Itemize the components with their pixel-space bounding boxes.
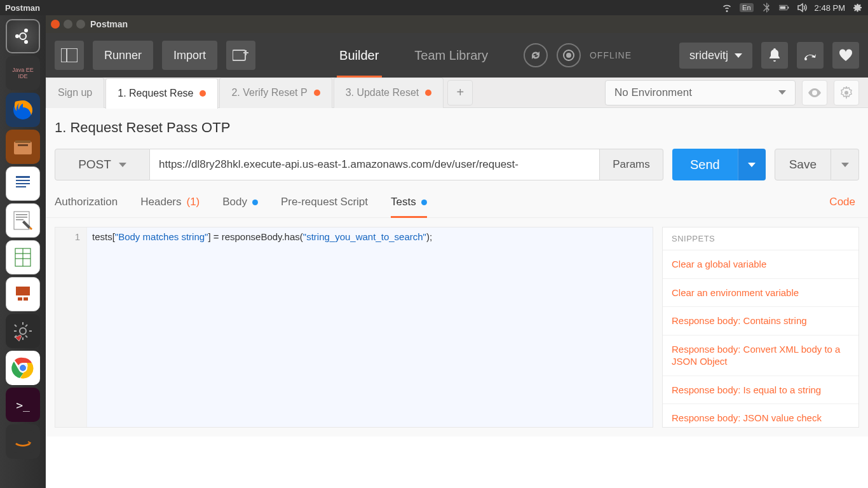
language-indicator[interactable]: En	[740, 3, 753, 12]
launcher-firefox[interactable]	[6, 93, 40, 127]
svg-rect-33	[11, 430, 34, 453]
window-close-button[interactable]	[51, 20, 60, 29]
clock[interactable]: 2:48 PM	[815, 3, 845, 13]
request-tab-bar: Sign up 1. Request Rese 2. Verify Reset …	[46, 78, 868, 108]
chevron-down-icon	[735, 53, 742, 58]
svg-point-29	[20, 328, 26, 334]
battery-icon[interactable]	[779, 3, 789, 13]
request-tab-2[interactable]: 2. Verify Reset P	[219, 78, 332, 108]
request-tab-1[interactable]: 1. Request Rese	[105, 78, 218, 109]
launcher-amazon[interactable]	[6, 424, 40, 459]
add-tab-button[interactable]: +	[447, 80, 473, 105]
svg-rect-36	[233, 50, 245, 60]
svg-rect-17	[16, 214, 27, 215]
send-dropdown-button[interactable]	[738, 149, 766, 180]
snippets-panel: SNIPPETS Clear a global variable Clear a…	[662, 227, 859, 428]
chevron-down-icon	[119, 163, 126, 167]
launcher-system-settings[interactable]	[6, 314, 40, 348]
launcher-files[interactable]	[6, 130, 40, 164]
bluetooth-icon[interactable]	[761, 3, 771, 13]
window-titlebar: Postman	[46, 15, 868, 33]
team-library-tab[interactable]: Team Library	[397, 33, 506, 78]
env-quick-look-button[interactable]	[802, 80, 827, 105]
svg-point-42	[844, 91, 848, 95]
snippet-item[interactable]: Clear an environment variable	[663, 279, 858, 308]
svg-point-40	[566, 53, 571, 58]
launcher-dash[interactable]	[6, 19, 40, 53]
snippet-item[interactable]: Response body: Contains string	[663, 307, 858, 336]
editor-content[interactable]: tests["Body matches string"] = responseB…	[87, 227, 653, 427]
launcher-javaee-ide[interactable]: Java EEIDE	[6, 56, 40, 90]
env-settings-button[interactable]	[834, 80, 859, 105]
editor-gutter: 1	[55, 227, 87, 427]
capture-icon[interactable]	[557, 43, 581, 67]
unsaved-dot-icon	[200, 90, 206, 97]
heart-button[interactable]	[832, 42, 859, 69]
chevron-down-icon	[778, 90, 786, 95]
sidebar-toggle-button[interactable]	[55, 41, 84, 70]
svg-rect-12	[16, 176, 30, 178]
code-link[interactable]: Code	[829, 196, 859, 217]
active-app-name: Postman	[5, 3, 40, 13]
sub-tab-headers[interactable]: Headers (1)	[140, 196, 200, 217]
svg-rect-10	[18, 144, 28, 146]
notifications-button[interactable]	[761, 42, 788, 69]
environment-select[interactable]: No Environment	[605, 80, 796, 105]
svg-rect-18	[16, 217, 27, 218]
import-button[interactable]: Import	[162, 41, 217, 70]
method-select[interactable]: POST	[55, 149, 150, 180]
launcher-terminal[interactable]: >_	[6, 388, 40, 422]
runner-button[interactable]: Runner	[93, 41, 153, 70]
gear-icon[interactable]	[853, 3, 863, 13]
svg-rect-26	[16, 287, 30, 295]
launcher-chrome[interactable]	[6, 351, 40, 385]
url-input[interactable]	[150, 149, 600, 180]
svg-point-5	[24, 29, 28, 32]
request-title: 1. Request Reset Pass OTP	[46, 108, 868, 142]
volume-icon[interactable]	[797, 3, 807, 13]
svg-point-4	[15, 34, 19, 38]
wifi-icon[interactable]	[722, 3, 732, 13]
sub-tab-body[interactable]: Body	[222, 196, 258, 217]
builder-tab[interactable]: Builder	[322, 33, 397, 78]
user-menu[interactable]: sridevitj	[679, 43, 752, 69]
save-dropdown-button[interactable]	[831, 149, 859, 180]
svg-point-3	[20, 33, 26, 39]
sub-tab-tests[interactable]: Tests	[391, 196, 427, 217]
svg-rect-2	[787, 7, 788, 9]
snippet-item[interactable]: Response body: JSON value check	[663, 404, 858, 428]
svg-point-6	[24, 40, 28, 44]
snippet-item[interactable]: Response body: Convert XML body to a JSO…	[663, 336, 858, 376]
svg-rect-9	[15, 140, 31, 143]
svg-rect-34	[61, 48, 78, 62]
sub-tab-prerequest[interactable]: Pre-request Script	[281, 196, 368, 217]
chevron-down-icon	[748, 163, 756, 167]
snippet-item[interactable]: Response body: Is equal to a string	[663, 376, 858, 405]
offline-label: OFFLINE	[590, 50, 632, 60]
launcher-libreoffice-writer[interactable]	[6, 166, 40, 201]
request-tab-signup[interactable]: Sign up	[46, 78, 104, 108]
params-button[interactable]: Params	[600, 149, 663, 180]
sub-tab-authorization[interactable]: Authorization	[55, 196, 118, 217]
snippet-item[interactable]: Clear a global variable	[663, 250, 858, 279]
svg-rect-28	[24, 297, 28, 301]
save-button[interactable]: Save	[775, 149, 831, 180]
launcher-libreoffice-impress[interactable]	[6, 277, 40, 311]
svg-rect-1	[780, 6, 785, 9]
window-minimize-button[interactable]	[64, 20, 72, 29]
system-tray: En 2:48 PM	[722, 3, 863, 13]
svg-rect-27	[18, 297, 22, 301]
request-tab-3[interactable]: 3. Update Reset	[334, 78, 444, 108]
snippets-header: SNIPPETS	[663, 227, 858, 250]
body-indicator-icon	[252, 200, 258, 205]
new-tab-button[interactable]	[226, 41, 255, 70]
settings-button[interactable]	[797, 42, 824, 69]
tests-code-editor[interactable]: 1 tests["Body matches string"] = respons…	[55, 227, 653, 428]
send-button[interactable]: Send	[672, 149, 738, 180]
unsaved-dot-icon	[314, 90, 320, 96]
launcher-libreoffice-calc[interactable]	[6, 240, 40, 274]
window-maximize-button[interactable]	[76, 20, 85, 29]
sync-icon[interactable]	[524, 43, 548, 67]
launcher-text-editor[interactable]	[6, 203, 40, 238]
postman-toolbar: Runner Import Builder Team Library OFFLI…	[46, 33, 868, 78]
